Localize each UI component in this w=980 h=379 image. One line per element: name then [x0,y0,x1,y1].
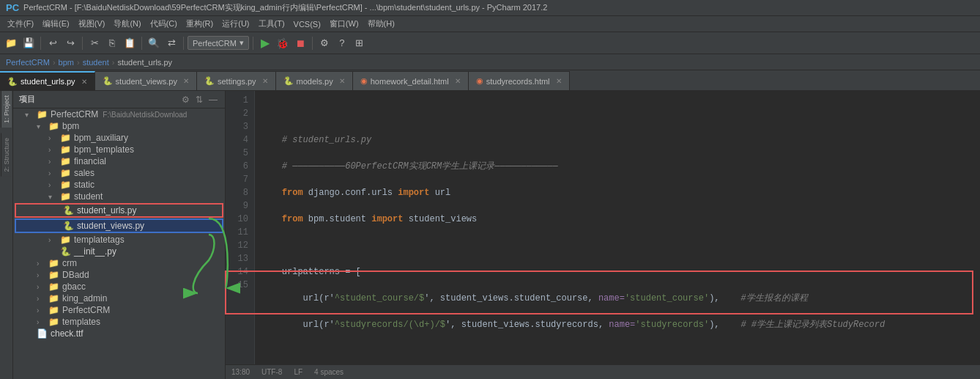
menu-run[interactable]: 运行(U) [218,17,253,31]
project-ctrl-expand[interactable]: ⇅ [194,95,204,105]
toolbar-replace[interactable]: ⇄ [163,35,179,51]
tree-item-sales[interactable]: › 📁 sales [13,167,225,179]
tab-studyrecords[interactable]: ◉ studyrecords.html ✕ [469,71,570,90]
menu-refactor[interactable]: 重构(R) [182,17,218,31]
tree-item-king-admin[interactable]: › 📁 king_admin [13,292,225,304]
toolbar-sep-2 [82,37,83,50]
tree-item-perfectcrm[interactable]: ▾ 📁 PerfectCRM F:\BaiduNetdiskDownload [13,108,225,120]
code-view[interactable]: 1 2 3 4 5 6 7 8 9 10 11 12 13 14 15 [226,91,980,364]
tree-arrow-templates[interactable]: › [37,318,48,326]
tree-arrow-perfectcrm[interactable]: ▾ [25,111,37,119]
toolbar-debug[interactable]: 🐞 [275,35,291,51]
tab-student-urls[interactable]: 🐍 student_urls.py ✕ [0,71,95,90]
tab-close-settings[interactable]: ✕ [262,77,268,85]
folder-icon-bpm-auxiliary: 📁 [60,133,71,143]
tree-arrow-bpm-templates[interactable]: › [48,146,60,154]
tab-close-student-urls[interactable]: ✕ [81,78,87,86]
breadcrumb-student[interactable]: student [83,58,109,67]
menu-window[interactable]: 窗口(W) [325,17,363,31]
tree-item-check-ttf[interactable]: 📄 check.ttf [13,328,225,339]
toolbar-open[interactable]: 📁 [3,35,19,51]
toolbar-settings[interactable]: ⚙ [316,35,333,51]
code-line-7: urlpatterns = [ [261,265,974,279]
menu-tools[interactable]: 工具(T) [254,17,289,31]
line-numbers: 1 2 3 4 5 6 7 8 9 10 11 12 13 14 15 [226,91,255,364]
tree-item-static[interactable]: › 📁 static [13,179,225,191]
tab-models[interactable]: 🐍 models.py ✕ [276,71,353,90]
toolbar-paste[interactable]: 📋 [122,35,138,51]
folder-icon-crm: 📁 [48,258,59,268]
tree-item-templatetags[interactable]: › 📁 templatetags [13,234,225,246]
code-line-2: # student_urls.py [261,133,974,147]
tree-item-financial[interactable]: › 📁 financial [13,155,225,167]
tab-settings[interactable]: 🐍 settings.py ✕ [197,71,276,90]
file-icon-check-ttf: 📄 [37,328,48,339]
tree-item-dbadd[interactable]: › 📁 DBadd [13,269,225,281]
tree-item-student[interactable]: ▾ 📁 student [13,191,225,202]
toolbar-sep-6 [312,37,313,50]
breadcrumb-bpm[interactable]: bpm [59,58,74,67]
toolbar-stop[interactable]: ⏹ [292,35,308,51]
tree-arrow-static[interactable]: › [48,181,60,189]
tab-icon-html: ◉ [360,76,368,86]
toolbar-save[interactable]: 💾 [21,35,37,51]
folder-icon-student: 📁 [60,191,71,202]
tree-item-perfectcrm-folder[interactable]: › 📁 PerfectCRM [13,304,225,316]
tree-arrow-financial[interactable]: › [48,158,60,166]
toolbar-help-btn[interactable]: ? [334,35,350,51]
toolbar-search[interactable]: 🔍 [146,35,162,51]
toolbar-run[interactable]: ▶ [257,35,273,51]
project-ctrl-hide[interactable]: — [207,95,219,105]
toolbar-sep-3 [141,37,142,50]
tree-arrow-bpm[interactable]: ▾ [37,122,48,130]
folder-icon-financial: 📁 [60,156,71,166]
tree-item-init[interactable]: 🐍 __init__.py [13,246,225,257]
tree-arrow-bpm-auxiliary[interactable]: › [48,134,60,142]
tree-arrow-king-admin[interactable]: › [37,295,48,303]
breadcrumb-sep-1: › [53,58,56,67]
menu-edit[interactable]: 编辑(E) [38,17,74,31]
tree-arrow-student[interactable]: ▾ [48,193,60,201]
tree-item-templates[interactable]: › 📁 templates [13,316,225,328]
toolbar-terminal[interactable]: ⊞ [352,35,368,51]
toolbar-copy[interactable]: ⎘ [104,35,120,51]
tree-arrow-dbadd[interactable]: › [37,271,48,279]
menu-navigate[interactable]: 导航(N) [109,17,145,31]
tree-item-gbacc[interactable]: › 📁 gbacc [13,281,225,292]
left-vtab-panel: 1: Project 2: Structure [0,91,13,379]
tree-item-bpm-templates[interactable]: › 📁 bpm_templates [13,144,225,155]
vtab-structure[interactable]: 2: Structure [1,133,12,177]
menu-view[interactable]: 视图(V) [74,17,110,31]
tree-arrow-sales[interactable]: › [48,169,60,177]
toolbar-sep-1 [40,37,41,50]
menu-file[interactable]: 文件(F) [3,17,38,31]
tab-homework-detail[interactable]: ◉ homework_detail.html ✕ [353,71,469,90]
tree-arrow-templatetags[interactable]: › [48,236,60,244]
tab-close-homework-detail[interactable]: ✕ [455,77,461,85]
menu-help[interactable]: 帮助(H) [363,17,399,31]
tab-close-models[interactable]: ✕ [339,77,345,85]
breadcrumb-root[interactable]: PerfectCRM [6,58,50,67]
tab-close-studyrecords[interactable]: ✕ [556,77,562,85]
tree-item-student-urls[interactable]: 🐍 student_urls.py [15,203,223,218]
code-content[interactable]: # student_urls.py # ——————————60PerfectC… [255,91,980,364]
tree-arrow-gbacc[interactable]: › [37,283,48,291]
toolbar-redo[interactable]: ↪ [62,35,78,51]
tree-item-crm[interactable]: › 📁 crm [13,257,225,269]
toolbar-cut[interactable]: ✂ [86,35,103,51]
vtab-project[interactable]: 1: Project [1,91,12,128]
tab-student-views[interactable]: 🐍 student_views.py ✕ [95,71,197,90]
tree-item-bpm-auxiliary[interactable]: › 📁 bpm_auxiliary [13,132,225,144]
tree-item-student-views[interactable]: 🐍 student_views.py [15,218,223,233]
toolbar-undo[interactable]: ↩ [45,35,61,51]
tab-close-student-views[interactable]: ✕ [183,77,189,85]
menu-vcs[interactable]: VCS(S) [289,18,325,30]
tree-arrow-crm[interactable]: › [37,260,48,268]
project-ctrl-settings[interactable]: ⚙ [180,95,191,105]
tree-arrow-perfectcrm-folder[interactable]: › [37,306,48,314]
tree-item-bpm[interactable]: ▾ 📁 bpm [13,120,225,132]
project-dropdown[interactable]: PerfectCRM ▾ [188,36,249,50]
tree-label-init: __init__.py [74,246,116,257]
folder-icon-king-admin: 📁 [48,293,59,303]
menu-code[interactable]: 代码(C) [146,17,182,31]
